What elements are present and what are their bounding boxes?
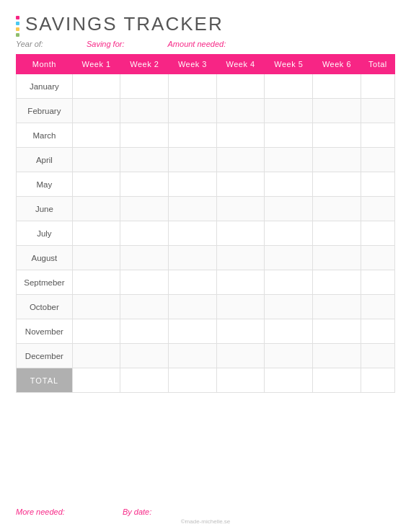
total-cell[interactable]	[361, 270, 394, 295]
week-6-cell[interactable]	[313, 172, 361, 197]
week-6-cell[interactable]	[313, 246, 361, 270]
week-4-cell[interactable]	[216, 172, 265, 197]
month-cell: November	[17, 319, 73, 344]
total-cell[interactable]	[361, 197, 394, 221]
month-cell: Septmeber	[17, 270, 73, 295]
week-3-cell[interactable]	[169, 197, 217, 221]
week-2-cell[interactable]	[120, 295, 169, 319]
total-value-cell[interactable]	[216, 368, 265, 393]
week-2-cell[interactable]	[120, 123, 169, 148]
week-4-cell[interactable]	[216, 221, 265, 246]
week-5-cell[interactable]	[265, 295, 313, 319]
week-1-cell[interactable]	[72, 295, 120, 319]
week-6-cell[interactable]	[313, 295, 361, 319]
week-6-cell[interactable]	[313, 99, 361, 123]
total-cell[interactable]	[361, 74, 394, 99]
week-3-cell[interactable]	[169, 270, 217, 295]
week-2-cell[interactable]	[120, 221, 169, 246]
week-1-cell[interactable]	[72, 197, 120, 221]
week-4-cell[interactable]	[216, 148, 265, 172]
week-4-cell[interactable]	[216, 197, 265, 221]
week-1-cell[interactable]	[72, 123, 120, 148]
total-cell[interactable]	[361, 99, 394, 123]
week-5-cell[interactable]	[265, 148, 313, 172]
week-6-cell[interactable]	[313, 221, 361, 246]
week-4-cell[interactable]	[216, 246, 265, 270]
table-row: February	[17, 99, 395, 123]
week-5-cell[interactable]	[265, 344, 313, 368]
week-3-cell[interactable]	[169, 74, 217, 99]
week-2-cell[interactable]	[120, 148, 169, 172]
total-cell[interactable]	[361, 221, 394, 246]
week-4-cell[interactable]	[216, 123, 265, 148]
week-2-cell[interactable]	[120, 246, 169, 270]
week-6-cell[interactable]	[313, 344, 361, 368]
week-1-cell[interactable]	[72, 246, 120, 270]
week-5-cell[interactable]	[265, 221, 313, 246]
week-6-cell[interactable]	[313, 148, 361, 172]
week-3-cell[interactable]	[169, 319, 217, 344]
week-5-cell[interactable]	[265, 246, 313, 270]
week-1-cell[interactable]	[72, 148, 120, 172]
week-5-cell[interactable]	[265, 123, 313, 148]
total-cell[interactable]	[361, 172, 394, 197]
total-value-cell[interactable]	[313, 368, 361, 393]
week-4-cell[interactable]	[216, 99, 265, 123]
week-1-cell[interactable]	[72, 221, 120, 246]
week-5-cell[interactable]	[265, 197, 313, 221]
week-4-cell[interactable]	[216, 74, 265, 99]
total-cell[interactable]	[361, 295, 394, 319]
week-4-cell[interactable]	[216, 270, 265, 295]
week-5-cell[interactable]	[265, 74, 313, 99]
week-2-cell[interactable]	[120, 74, 169, 99]
total-cell[interactable]	[361, 148, 394, 172]
week-5-cell[interactable]	[265, 270, 313, 295]
total-label-cell: TOTAL	[17, 368, 73, 393]
week-3-cell[interactable]	[169, 123, 217, 148]
week-2-cell[interactable]	[120, 99, 169, 123]
week-2-cell[interactable]	[120, 319, 169, 344]
total-cell[interactable]	[361, 123, 394, 148]
week-3-cell[interactable]	[169, 148, 217, 172]
col-week1: Week 1	[72, 55, 120, 74]
total-cell[interactable]	[361, 319, 394, 344]
total-value-cell[interactable]	[361, 368, 394, 393]
total-cell[interactable]	[361, 344, 394, 368]
week-5-cell[interactable]	[265, 172, 313, 197]
week-6-cell[interactable]	[313, 74, 361, 99]
month-cell: October	[17, 295, 73, 319]
week-6-cell[interactable]	[313, 197, 361, 221]
week-4-cell[interactable]	[216, 295, 265, 319]
week-2-cell[interactable]	[120, 270, 169, 295]
week-6-cell[interactable]	[313, 270, 361, 295]
week-4-cell[interactable]	[216, 344, 265, 368]
total-value-cell[interactable]	[169, 368, 217, 393]
week-1-cell[interactable]	[72, 319, 120, 344]
table-row: May	[17, 172, 395, 197]
week-2-cell[interactable]	[120, 197, 169, 221]
week-3-cell[interactable]	[169, 344, 217, 368]
week-2-cell[interactable]	[120, 344, 169, 368]
subtitle-row: Year of: Saving for: Amount needed:	[16, 40, 395, 48]
week-3-cell[interactable]	[169, 221, 217, 246]
week-3-cell[interactable]	[169, 99, 217, 123]
total-value-cell[interactable]	[120, 368, 169, 393]
month-cell: February	[17, 99, 73, 123]
week-5-cell[interactable]	[265, 99, 313, 123]
week-1-cell[interactable]	[72, 344, 120, 368]
week-6-cell[interactable]	[313, 123, 361, 148]
week-1-cell[interactable]	[72, 270, 120, 295]
week-4-cell[interactable]	[216, 319, 265, 344]
total-value-cell[interactable]	[265, 368, 313, 393]
week-3-cell[interactable]	[169, 295, 217, 319]
total-cell[interactable]	[361, 246, 394, 270]
week-1-cell[interactable]	[72, 74, 120, 99]
week-3-cell[interactable]	[169, 246, 217, 270]
week-5-cell[interactable]	[265, 319, 313, 344]
week-1-cell[interactable]	[72, 172, 120, 197]
week-3-cell[interactable]	[169, 172, 217, 197]
total-value-cell[interactable]	[72, 368, 120, 393]
week-6-cell[interactable]	[313, 319, 361, 344]
week-2-cell[interactable]	[120, 172, 169, 197]
week-1-cell[interactable]	[72, 99, 120, 123]
